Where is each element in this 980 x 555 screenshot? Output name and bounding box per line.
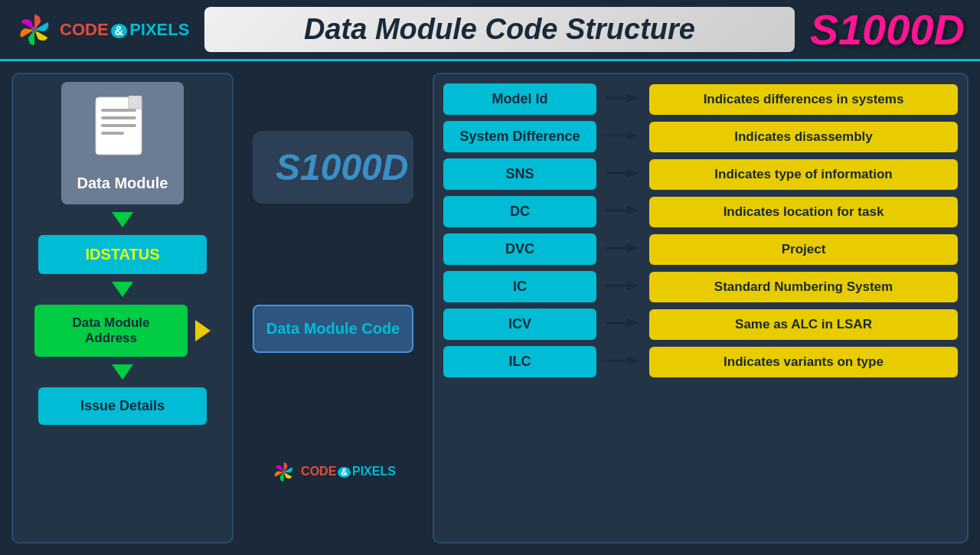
code-desc-6: Same as ALC in LSAR: [649, 309, 958, 340]
code-desc-4: Project: [649, 234, 958, 265]
svg-rect-4: [101, 124, 136, 127]
code-label-ic: IC: [443, 271, 596, 302]
code-row: IC Standard Numbering System: [443, 271, 958, 302]
code-label-system-difference: System Difference: [443, 121, 596, 152]
svg-marker-23: [627, 356, 639, 365]
arrow-right-icon: [606, 127, 640, 147]
svg-marker-19: [627, 281, 639, 290]
svg-rect-6: [129, 96, 142, 109]
code-row: ILC Indicates variants on type: [443, 346, 958, 377]
code-label-icv: ICV: [443, 309, 596, 340]
svg-marker-17: [627, 243, 639, 253]
code-label-sns: SNS: [443, 158, 596, 190]
arrow-right-icon: [606, 165, 640, 184]
svg-point-7: [282, 470, 285, 473]
arrow-right-icon: [606, 90, 640, 109]
code-row: Model Id Indicates differences in system…: [443, 83, 958, 115]
bottom-logo-text: CODE&PIXELS: [301, 465, 396, 478]
svg-point-0: [31, 27, 38, 33]
left-panel: Data Module IDSTATUS Data Module Address…: [11, 73, 234, 544]
code-row: System Difference Indicates disassembly: [443, 121, 958, 152]
right-panel: Model Id Indicates differences in system…: [433, 73, 969, 544]
s1000d-big-box: S1000D: [253, 131, 413, 204]
code-label-dc: DC: [443, 196, 596, 227]
data-module-label: Data Module: [73, 173, 172, 193]
logo-text: CODE&PIXELS: [60, 20, 189, 40]
dma-box: Data Module Address: [34, 305, 188, 357]
code-label-dvc: DVC: [443, 233, 596, 265]
header-s1000d: S1000D: [810, 5, 965, 54]
arrow-right-icon: [606, 277, 640, 297]
bottom-logo: CODE&PIXELS: [270, 459, 396, 485]
code-desc-1: Indicates disassembly: [649, 122, 958, 152]
dma-arrow-right: [195, 320, 211, 341]
svg-marker-11: [627, 131, 639, 140]
data-module-box: Data Module: [61, 82, 184, 204]
logo-pinwheel-icon: [15, 11, 54, 49]
arrow-right-icon: [606, 315, 640, 335]
code-row: DC Indicates location for task: [443, 196, 958, 227]
svg-rect-3: [101, 116, 136, 119]
code-row: SNS Indicates type of information: [443, 158, 958, 190]
dmc-section: Data Module Code: [253, 305, 413, 353]
arrow-right-icon: [606, 240, 640, 260]
issue-box: Issue Details: [38, 387, 207, 425]
header: CODE&PIXELS Data Module Code Structure S…: [0, 0, 980, 61]
code-desc-5: Standard Numbering System: [649, 272, 958, 302]
logo-area: CODE&PIXELS: [15, 11, 189, 49]
svg-rect-2: [101, 109, 136, 112]
svg-marker-9: [627, 93, 639, 103]
code-row: DVC Project: [443, 233, 958, 265]
code-row: ICV Same as ALC in LSAR: [443, 309, 958, 340]
document-icon: [92, 93, 153, 162]
s1000d-big-text: S1000D: [276, 146, 390, 188]
header-title: Data Module Code Structure: [204, 7, 794, 52]
code-desc-7: Indicates variants on type: [649, 347, 958, 377]
arrow-down-2: [112, 282, 133, 297]
svg-rect-5: [101, 132, 124, 135]
main-content: Data Module IDSTATUS Data Module Address…: [0, 61, 980, 555]
arrow-right-icon: [606, 352, 640, 372]
dmc-box: Data Module Code: [253, 305, 413, 353]
middle-panel: S1000D Data Module Code CODE&PIXELS: [245, 73, 421, 544]
arrow-right-icon: [606, 202, 640, 222]
code-desc-3: Indicates location for task: [649, 197, 958, 227]
idstatus-box: IDSTATUS: [38, 235, 207, 274]
code-desc-0: Indicates differences in systems: [649, 84, 958, 115]
svg-marker-15: [627, 206, 639, 215]
code-label-ilc: ILC: [443, 346, 596, 377]
code-label-model-id: Model Id: [443, 83, 596, 115]
dma-row: Data Module Address: [34, 305, 211, 357]
svg-marker-13: [627, 168, 639, 178]
code-desc-2: Indicates type of information: [649, 159, 958, 190]
arrow-down-1: [112, 212, 133, 227]
bottom-logo-icon: [270, 459, 297, 485]
arrow-down-3: [112, 364, 133, 380]
svg-marker-21: [627, 318, 639, 328]
